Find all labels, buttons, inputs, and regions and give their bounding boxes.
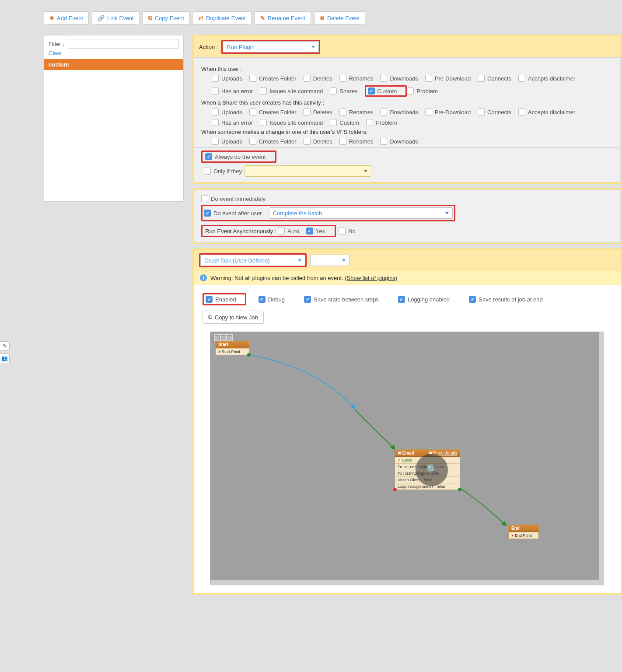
trigger-connects[interactable]: Connects [478,108,511,116]
event-list-panel: Filter : Clear custom [44,35,184,202]
action-section: Action : Run Plugin When this user : Upl… [192,35,622,184]
only-if-dropdown[interactable] [245,165,371,177]
trigger-downloads[interactable]: Downloads [380,138,418,145]
main-panel: Action : Run Plugin When this user : Upl… [192,35,622,595]
trigger-deletes[interactable]: Deletes [304,138,332,145]
timing-section: Do event immediately Do event after user… [192,188,622,244]
trigger-deletes[interactable]: Deletes [304,75,332,82]
trigger-uploads[interactable]: Uploads [212,75,242,82]
trigger-renames[interactable]: Renames [339,75,374,82]
side-tabs: ✎ 👥 [0,341,10,363]
trigger-uploads[interactable]: Uploads [212,108,242,116]
trigger-issues-site-command[interactable]: Issues site command [260,119,323,126]
trigger-renames[interactable]: Renames [339,108,374,116]
do-immediately-checkbox[interactable]: Do event immediately [201,195,606,202]
async-label: Run Event Asynchronously : [205,228,276,234]
trigger-creates-folder[interactable]: Creates Folder [249,108,297,116]
plus-icon: ✚ [49,15,54,21]
flow-canvas[interactable]: Start ● Start Point ✖ Email Show details… [210,332,604,585]
when-vfs-label: When someone makes a change in one of th… [201,129,613,135]
trigger-shares[interactable]: Shares [330,85,357,97]
debug-checkbox[interactable]: Debug [259,296,285,303]
plugin-section: CrushTask (User Defined) i Warning: Not … [192,248,622,595]
trigger-renames[interactable]: Renames [339,138,374,145]
trigger-issues-site-command[interactable]: Issues site command [260,85,323,97]
save-results-checkbox[interactable]: Save results of job at end [469,296,543,303]
trigger-custom[interactable]: Custom [330,119,359,126]
trigger-downloads[interactable]: Downloads [380,108,418,116]
magnifier-overlay [416,454,448,486]
trigger-pre-download[interactable]: Pre-Download [425,108,471,116]
trigger-uploads[interactable]: Uploads [212,138,242,145]
link-icon: 🔗 [98,15,105,21]
event-item-custom[interactable]: custom [44,59,183,70]
link-event-button[interactable]: 🔗Link Event [92,11,140,24]
trigger-has-an-error[interactable]: Has an error [212,119,253,126]
copy-event-button[interactable]: ⧉Copy Event [143,11,190,24]
save-state-checkbox[interactable]: Save state between steps [304,296,379,303]
trigger-connects[interactable]: Connects [478,75,511,82]
filter-input[interactable] [68,39,179,49]
async-yes-radio[interactable]: Yes [306,228,325,234]
logging-checkbox[interactable]: Logging enabled [398,296,450,303]
trigger-creates-folder[interactable]: Creates Folder [249,138,297,145]
rename-event-button[interactable]: ✎Rename Event [255,11,311,24]
duplicate-event-button[interactable]: ⇄Duplicate Event [193,11,252,24]
trigger-problem[interactable]: Problem [366,119,397,126]
copy-icon: ⧉ [148,14,152,21]
info-icon: i [200,274,207,281]
action-dropdown[interactable]: Run Plugin [223,41,319,52]
delete-icon: ✖ [320,15,325,21]
async-no-radio[interactable]: No [339,228,356,234]
side-tab-2[interactable]: 👥 [0,354,10,363]
side-tab-1[interactable]: ✎ [0,341,10,351]
async-auto-radio[interactable]: Auto [278,228,299,234]
trigger-problem[interactable]: Problem [407,85,437,97]
trigger-accepts-disclaimer[interactable]: Accepts disclaimer [518,75,575,82]
only-if-checkbox[interactable]: Only if they [201,165,606,177]
trigger-pre-download[interactable]: Pre-Download [425,75,471,82]
trigger-deletes[interactable]: Deletes [304,108,332,116]
after-user-dropdown[interactable]: Complete the batch [269,207,453,219]
duplicate-icon: ⇄ [199,15,203,21]
enabled-checkbox[interactable]: Enabled [206,296,236,303]
action-label: Action : [199,44,218,50]
plugin-sub-dropdown[interactable] [310,255,349,266]
always-do-event-checkbox[interactable]: Always do the event [205,153,266,160]
toolbar: ✚Add Event 🔗Link Event ⧉Copy Event ⇄Dupl… [44,11,365,24]
trigger-has-an-error[interactable]: Has an error [212,85,253,97]
add-event-button[interactable]: ✚Add Event [44,11,89,24]
delete-event-button[interactable]: ✖Delete Event [314,11,365,24]
trigger-creates-folder[interactable]: Creates Folder [249,75,297,82]
filter-label: Filter : [49,41,64,47]
trigger-downloads[interactable]: Downloads [380,75,418,82]
plugin-dropdown[interactable]: CrushTask (User Defined) [200,255,305,266]
flow-node-end[interactable]: End ● End Point [508,525,539,539]
show-plugins-link[interactable]: Show list of plugins [347,275,395,281]
when-share-label: When a Share this user creates has this … [201,99,613,106]
do-after-user-checkbox[interactable]: Do event after user [204,210,262,217]
copy-to-new-job-button[interactable]: ⧉Copy to New Job [203,311,264,324]
flow-node-start[interactable]: Start ● Start Point [215,341,249,355]
clear-filter-link[interactable]: Clear [44,50,183,59]
edit-icon: ✎ [260,15,265,21]
trigger-custom[interactable]: Custom [368,88,397,94]
copy-icon: ⧉ [208,314,212,321]
when-user-label: When this user : [201,66,613,72]
trigger-accepts-disclaimer[interactable]: Accepts disclaimer [518,108,575,116]
plugin-warning-bar: i Warning: Not all plugins can be called… [194,271,621,285]
